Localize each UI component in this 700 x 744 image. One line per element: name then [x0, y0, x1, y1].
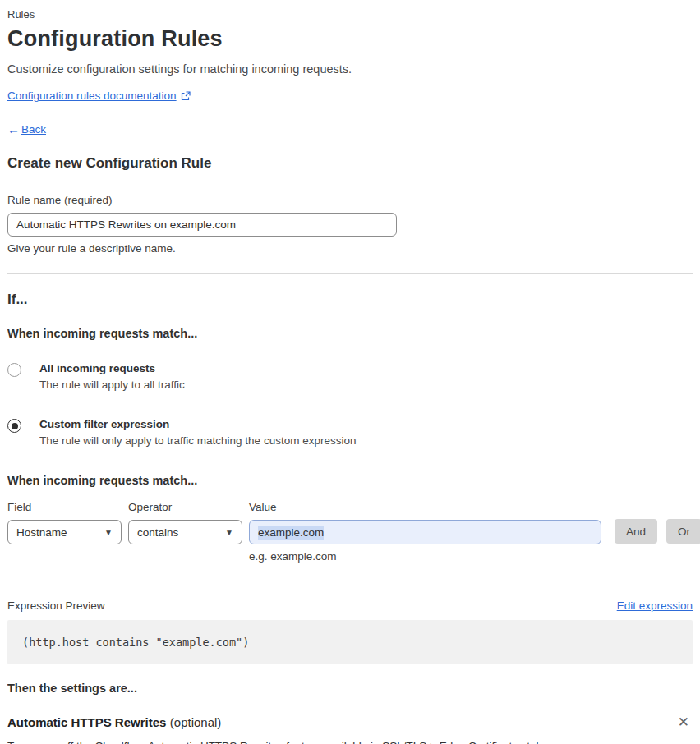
operator-select-value: contains: [137, 526, 178, 539]
expression-preview-label: Expression Preview: [7, 599, 105, 612]
chevron-down-icon: ▼: [104, 528, 113, 537]
back-link-label[interactable]: Back: [21, 123, 46, 135]
radio-option-all-incoming-requests[interactable]: All incoming requests The rule will appl…: [7, 362, 693, 391]
setting-description: Turn on or off the Cloudflare Automatic …: [7, 740, 693, 744]
field-label: Field: [7, 501, 122, 513]
setting-optional-tag: (optional): [170, 715, 222, 729]
then-settings-title: Then the settings are...: [7, 682, 693, 695]
operator-select[interactable]: contains ▼: [128, 520, 242, 544]
page-title: Configuration Rules: [7, 26, 693, 52]
rule-name-help: Give your rule a descriptive name.: [7, 242, 693, 255]
edit-expression-link[interactable]: Edit expression: [617, 599, 693, 612]
setting-name: Automatic HTTPS Rewrites: [7, 715, 166, 729]
operator-label: Operator: [128, 501, 242, 513]
value-label: Value: [249, 501, 601, 513]
radio-selected-icon[interactable]: [7, 419, 21, 433]
documentation-link[interactable]: Configuration rules documentation: [7, 90, 177, 102]
or-button[interactable]: Or: [666, 519, 700, 544]
configuration-rules-page: Rules Configuration Rules Customize conf…: [0, 0, 700, 744]
section-title-create-rule: Create new Configuration Rule: [7, 155, 693, 172]
match-title: When incoming requests match...: [7, 327, 693, 340]
radio-description: The rule will only apply to traffic matc…: [39, 434, 356, 447]
radio-description: The rule will apply to all traffic: [39, 379, 185, 391]
back-arrow-icon: ←: [7, 122, 20, 136]
expression-builder-row: Field Hostname ▼ Operator contains ▼ Val…: [7, 501, 693, 563]
section-divider: [7, 273, 693, 274]
back-link[interactable]: ← Back: [7, 122, 693, 136]
and-button[interactable]: And: [615, 519, 657, 544]
value-input[interactable]: example.com: [249, 520, 601, 544]
page-subtitle: Customize configuration settings for mat…: [7, 62, 693, 76]
expression-preview-box: (http.host contains "example.com"): [7, 620, 693, 664]
builder-title: When incoming requests match...: [7, 474, 693, 487]
external-link-icon: [181, 91, 191, 101]
field-select[interactable]: Hostname ▼: [7, 520, 122, 544]
chevron-down-icon: ▼: [225, 528, 233, 537]
value-input-text: example.com: [258, 526, 324, 540]
rule-name-label: Rule name (required): [7, 194, 693, 206]
radio-option-custom-filter-expression[interactable]: Custom filter expression The rule will o…: [7, 418, 693, 447]
close-icon[interactable]: ✕: [675, 714, 693, 731]
field-select-value: Hostname: [16, 526, 67, 539]
value-help: e.g. example.com: [249, 550, 601, 563]
radio-unselected-icon[interactable]: [7, 363, 21, 377]
rule-name-input[interactable]: [7, 213, 397, 237]
radio-label: All incoming requests: [39, 362, 185, 374]
radio-label: Custom filter expression: [39, 418, 356, 430]
breadcrumb: Rules: [7, 8, 693, 21]
expression-code: (http.host contains "example.com"): [22, 636, 249, 649]
if-section-title: If...: [7, 292, 693, 308]
